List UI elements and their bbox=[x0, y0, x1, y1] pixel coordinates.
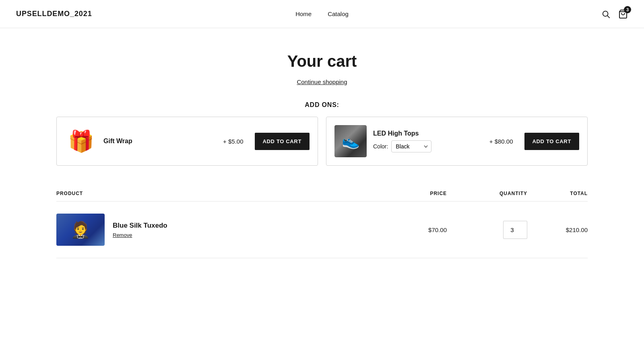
gift-wrap-image: 🎁 bbox=[65, 125, 97, 157]
nav-catalog[interactable]: Catalog bbox=[328, 10, 349, 17]
product-thumbnail: 🤵 bbox=[56, 214, 105, 246]
color-selector: Color: Black White Red Blue bbox=[373, 140, 483, 152]
led-high-tops-name: LED High Tops bbox=[373, 130, 483, 137]
led-top-row: LED High Tops bbox=[373, 130, 483, 137]
main-content: Your cart Continue shopping ADD ONS: 🎁 G… bbox=[40, 28, 604, 274]
header-total: TOTAL bbox=[527, 191, 588, 196]
gift-wrap-price: + $5.00 bbox=[223, 138, 243, 145]
table-row: 🤵 Blue Silk Tuxedo Remove $70.00 $210.00 bbox=[56, 202, 588, 258]
site-logo[interactable]: UPSELLDEMO_2021 bbox=[16, 10, 92, 18]
gift-icon: 🎁 bbox=[68, 131, 94, 152]
shoes-icon: 👟 bbox=[334, 125, 367, 157]
main-nav: Home Catalog bbox=[295, 10, 349, 17]
addon-card-led-high-tops: 👟 LED High Tops Color: Black White Red B… bbox=[326, 117, 588, 166]
search-button[interactable] bbox=[601, 10, 610, 19]
product-info: Blue Silk Tuxedo Remove bbox=[113, 222, 167, 238]
cart-count: 3 bbox=[624, 6, 631, 13]
led-high-tops-price: + $80.00 bbox=[489, 138, 513, 145]
color-label: Color: bbox=[373, 143, 388, 150]
header-icons: 3 bbox=[601, 9, 628, 19]
led-high-tops-add-to-cart-button[interactable]: ADD TO CART bbox=[524, 133, 579, 150]
price-cell: $70.00 bbox=[366, 226, 447, 233]
quantity-cell bbox=[447, 221, 527, 239]
svg-line-1 bbox=[607, 16, 609, 18]
addons-container: 🎁 Gift Wrap + $5.00 ADD TO CART 👟 LED Hi… bbox=[56, 117, 588, 166]
color-select[interactable]: Black White Red Blue bbox=[391, 140, 431, 152]
tuxedo-icon: 🤵 bbox=[70, 220, 91, 239]
header-quantity: QUANTITY bbox=[447, 191, 527, 196]
led-high-tops-image: 👟 bbox=[334, 125, 367, 157]
continue-shopping-link[interactable]: Continue shopping bbox=[56, 78, 588, 85]
search-icon bbox=[601, 10, 610, 19]
product-name: Blue Silk Tuxedo bbox=[113, 222, 167, 230]
site-header: UPSELLDEMO_2021 Home Catalog 3 bbox=[0, 0, 644, 28]
addon-card-gift-wrap: 🎁 Gift Wrap + $5.00 ADD TO CART bbox=[56, 117, 318, 166]
addons-label: ADD ONS: bbox=[56, 101, 588, 109]
total-cell: $210.00 bbox=[527, 226, 588, 233]
page-title: Your cart bbox=[56, 52, 588, 70]
nav-home[interactable]: Home bbox=[295, 10, 312, 17]
gift-wrap-add-to-cart-button[interactable]: ADD TO CART bbox=[255, 133, 310, 150]
product-cell: 🤵 Blue Silk Tuxedo Remove bbox=[56, 214, 366, 246]
cart-button[interactable]: 3 bbox=[618, 9, 628, 19]
header-price: PRICE bbox=[366, 191, 447, 196]
gift-wrap-name: Gift Wrap bbox=[103, 138, 217, 145]
cart-table-header: PRODUCT PRICE QUANTITY TOTAL bbox=[56, 186, 588, 202]
remove-button[interactable]: Remove bbox=[113, 232, 167, 238]
quantity-input[interactable] bbox=[503, 221, 527, 239]
led-details: LED High Tops Color: Black White Red Blu… bbox=[373, 130, 483, 152]
header-product: PRODUCT bbox=[56, 191, 366, 196]
